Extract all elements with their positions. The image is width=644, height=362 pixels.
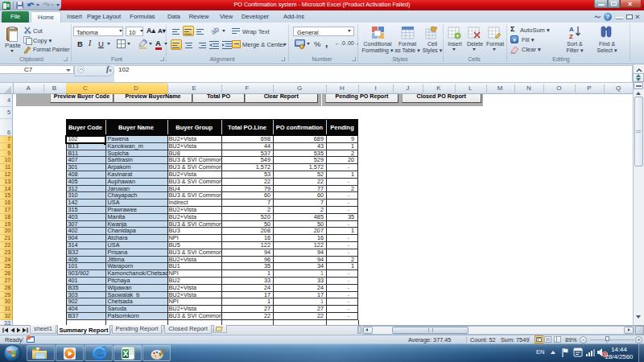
svg-text:Z: Z <box>569 33 573 39</box>
svg-text:A: A <box>569 26 574 33</box>
